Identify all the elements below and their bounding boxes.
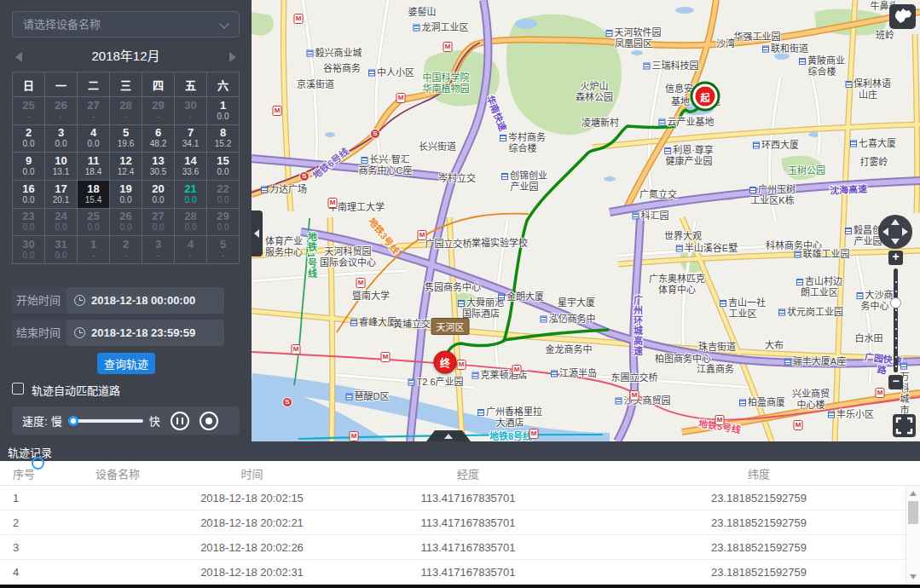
calendar-day-cell[interactable]: 200.0: [142, 181, 175, 209]
calendar-title: 2018年12月: [12, 44, 240, 68]
china-map-icon: [889, 4, 916, 29]
calendar-day-cell[interactable]: 1013.1: [45, 153, 78, 181]
calendar-nav: 2018年12月: [12, 44, 240, 68]
calendar-day-cell: 230.0: [13, 209, 45, 237]
table-cell: 113.417167835701: [324, 516, 612, 529]
map-pan-control[interactable]: [878, 215, 912, 249]
scroll-down-icon[interactable]: [910, 574, 917, 579]
overview-map-button[interactable]: [889, 4, 916, 29]
calendar-day-header: 二: [78, 72, 110, 97]
fullscreen-button[interactable]: [893, 414, 916, 437]
scrollbar-thumb[interactable]: [908, 501, 918, 524]
stop-button[interactable]: [200, 412, 218, 430]
calendar-day-cell[interactable]: 1118.4: [78, 153, 110, 181]
zoom-slider-thumb[interactable]: [890, 297, 901, 308]
table-column-header: 时间: [180, 465, 324, 481]
expressway-entry-icon: S: [370, 129, 380, 139]
table-row[interactable]: 22018-12-18 20:02:21113.41716783570123.1…: [0, 510, 920, 535]
calendar-day-cell[interactable]: 1720.1: [45, 181, 78, 209]
table-cell: 2018-12-18 20:02:21: [180, 516, 324, 529]
calendar-day-cell[interactable]: 30.0: [45, 125, 78, 153]
calendar-day-cell[interactable]: 1330.5: [142, 153, 175, 181]
calendar-day-cell: 29-: [142, 97, 175, 125]
calendar-day-header: 日: [13, 72, 45, 97]
zoom-out-button[interactable]: −: [888, 375, 903, 389]
calendar-day-header: 三: [110, 72, 142, 97]
chevron-down-icon: [219, 19, 229, 28]
start-time-value: 2018-12-18 00:00:00: [91, 294, 195, 307]
pan-left-icon: [882, 228, 888, 236]
calendar-day-cell[interactable]: 10.0: [207, 97, 240, 125]
start-time-row: 开始时间 2018-12-18 00:00:00: [12, 287, 224, 314]
metro-station-icon: M: [443, 42, 453, 52]
pan-down-icon: [891, 239, 900, 245]
start-time-input[interactable]: 2018-12-18 00:00:00: [67, 287, 224, 314]
speed-label: 速度:: [22, 412, 48, 429]
calendar-day-cell[interactable]: 160.0: [13, 181, 45, 209]
metro-station-icon: M: [715, 415, 725, 425]
metro-station-icon: M: [292, 344, 301, 355]
table-column-header: 设备名称: [55, 465, 180, 481]
calendar: 日一二三四五六 25-26-27-28-29-30-10.020.030.040…: [12, 72, 240, 264]
calendar-day-cell[interactable]: 190.0: [110, 181, 142, 209]
speed-slider-thumb[interactable]: [68, 416, 78, 426]
calendar-day-cell[interactable]: 20.0: [13, 125, 45, 153]
pause-button[interactable]: [171, 412, 189, 430]
calendar-next-button[interactable]: [229, 52, 236, 62]
table-scrollbar[interactable]: [906, 486, 920, 585]
end-time-value: 2018-12-18 23:59:59: [91, 326, 195, 339]
metro-station-icon: M: [356, 278, 366, 288]
clock-icon: [74, 327, 85, 338]
calendar-day-cell[interactable]: 1212.4: [110, 153, 142, 181]
metro-station-icon: M: [381, 352, 391, 362]
pan-up-icon: [891, 219, 900, 225]
query-track-button[interactable]: 查询轨迹: [97, 353, 155, 374]
calendar-day-cell: 260.0: [110, 209, 142, 237]
calendar-day-cell: 27-: [78, 97, 110, 125]
map-canvas[interactable]: 婆髻山龙洞工业区毅兴商业城谷裕商务中人小区京溪街道中国科学院 华南植物园火炉山 …: [252, 0, 920, 441]
metro-station-icon: M: [457, 360, 466, 370]
expressway-entry-icon: S: [299, 171, 310, 182]
calendar-day-cell: 300.0: [13, 236, 45, 264]
calendar-day-cell[interactable]: 90.0: [13, 153, 45, 181]
metro-station-icon: M: [512, 365, 522, 375]
table-cell: 2018-12-18 20:02:31: [180, 566, 324, 579]
calendar-day-cell[interactable]: 648.2: [142, 125, 175, 153]
end-time-input[interactable]: 2018-12-18 23:59:59: [67, 320, 224, 346]
trajectory-end-marker[interactable]: 终: [434, 351, 457, 374]
track-record-panel: 轨迹记录 序号设备名称时间经度纬度 12018-12-18 20:02:1511…: [0, 441, 920, 588]
metro-station-icon: M: [396, 93, 406, 103]
device-select[interactable]: 请选择设备名称: [12, 11, 240, 37]
table-cell: 113.417167835701: [324, 541, 612, 554]
end-time-row: 结束时间 2018-12-18 23:59:59: [12, 320, 224, 346]
calendar-day-cell[interactable]: 734.1: [175, 125, 207, 153]
device-select-placeholder: 请选择设备名称: [23, 18, 101, 31]
speed-slider[interactable]: [68, 419, 143, 423]
scroll-up-icon[interactable]: [910, 491, 917, 496]
metro-station-icon: M: [350, 431, 359, 441]
calendar-day-cell[interactable]: 1815.4: [78, 181, 110, 209]
calendar-day-cell: 30-: [175, 97, 207, 125]
table-cell: 113.417167835701: [324, 566, 612, 579]
calendar-day-cell[interactable]: 519.6: [110, 125, 142, 153]
calendar-day-cell[interactable]: 150.0: [207, 153, 240, 181]
table-row[interactable]: 32018-12-18 20:02:26113.41716783570123.1…: [0, 535, 920, 560]
trajectory-start-marker[interactable]: 起: [696, 87, 715, 107]
table-row[interactable]: 12018-12-18 20:02:15113.41716783570123.1…: [0, 486, 920, 510]
calendar-day-header: 五: [175, 72, 207, 97]
sidebar-collapse-tab[interactable]: [252, 210, 263, 257]
calendar-day-cell[interactable]: 815.2: [207, 125, 240, 153]
zoom-slider[interactable]: [894, 268, 898, 372]
zoom-in-button[interactable]: +: [888, 251, 903, 265]
match-road-label: 轨迹自动匹配道路: [32, 382, 120, 398]
calendar-day-cell: 3-: [142, 236, 175, 264]
metro-station-icon: M: [876, 388, 885, 398]
calendar-day-cell[interactable]: 210.0: [175, 181, 207, 209]
end-time-label: 结束时间: [16, 320, 61, 346]
calendar-day-cell[interactable]: 40.0: [78, 125, 110, 153]
table-cell: 113.417167835701: [324, 492, 612, 504]
calendar-day-cell[interactable]: 1433.6: [175, 153, 207, 181]
app-root: { "sidebar": { "device_placeholder": "请选…: [0, 0, 920, 588]
match-road-checkbox[interactable]: [12, 383, 24, 395]
table-row[interactable]: 42018-12-18 20:02:31113.41716783570123.1…: [0, 560, 920, 585]
